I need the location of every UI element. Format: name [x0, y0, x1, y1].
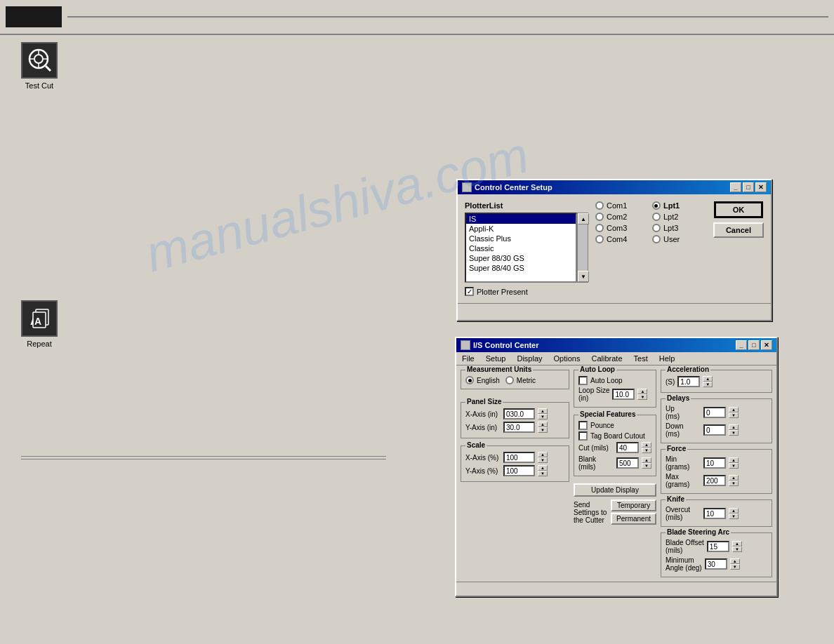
- plotter-item-2[interactable]: Classic Plus: [466, 234, 576, 243]
- x-axis-up[interactable]: ▲: [538, 408, 548, 414]
- blank-up[interactable]: ▲: [642, 457, 651, 463]
- up-delay-spinner[interactable]: ▲ ▼: [729, 407, 739, 418]
- scale-y-spinner[interactable]: ▲ ▼: [538, 465, 548, 476]
- blank-spinner[interactable]: ▲ ▼: [642, 457, 651, 469]
- port-com2[interactable]: Com2: [595, 213, 649, 221]
- x-axis-down[interactable]: ▼: [538, 414, 548, 420]
- y-axis-down[interactable]: ▼: [538, 427, 548, 433]
- update-display-btn[interactable]: Update Display: [574, 483, 656, 497]
- cut-spinner[interactable]: ▲ ▼: [642, 442, 651, 453]
- max-force-up[interactable]: ▲: [729, 475, 739, 481]
- cut-input[interactable]: [616, 442, 639, 453]
- scale-x-down[interactable]: ▼: [538, 457, 548, 463]
- blade-offset-up[interactable]: ▲: [732, 541, 742, 546]
- max-force-spinner[interactable]: ▲ ▼: [729, 475, 739, 486]
- max-force-down[interactable]: ▼: [729, 481, 739, 486]
- plotter-item-5[interactable]: Super 88/40 GS: [466, 263, 576, 273]
- permanent-btn[interactable]: Permanent: [611, 513, 656, 525]
- scrollbar-down-btn[interactable]: ▼: [578, 271, 589, 282]
- radio-com1[interactable]: [595, 201, 604, 210]
- min-angle-down[interactable]: ▼: [730, 564, 740, 570]
- tag-board-checkbox[interactable]: [578, 431, 588, 441]
- plotter-present-checkbox[interactable]: ✓: [465, 287, 474, 296]
- radio-metric[interactable]: [505, 376, 514, 384]
- cc-close-btn[interactable]: ✕: [761, 340, 772, 350]
- port-user[interactable]: User: [652, 235, 706, 243]
- port-lpt3[interactable]: Lpt3: [652, 224, 706, 232]
- scale-y-up[interactable]: ▲: [538, 465, 548, 471]
- english-option[interactable]: English: [465, 376, 500, 384]
- loop-size-input[interactable]: [612, 389, 635, 400]
- loop-size-spinner[interactable]: ▲ ▼: [637, 389, 647, 400]
- y-axis-spinner[interactable]: ▲ ▼: [538, 422, 548, 433]
- radio-lpt3[interactable]: [652, 224, 661, 232]
- blade-offset-input[interactable]: [707, 541, 729, 552]
- menu-help[interactable]: Help: [656, 354, 678, 363]
- port-lpt2[interactable]: Lpt2: [652, 213, 706, 221]
- loop-up[interactable]: ▲: [637, 389, 647, 394]
- up-delay-input[interactable]: [703, 407, 726, 418]
- radio-english[interactable]: [465, 376, 474, 384]
- x-axis-input[interactable]: [503, 408, 535, 420]
- down-delay-down[interactable]: ▼: [729, 430, 739, 436]
- overcut-spinner[interactable]: ▲ ▼: [729, 508, 739, 519]
- min-force-down[interactable]: ▼: [729, 463, 739, 469]
- scale-y-input[interactable]: [503, 465, 535, 476]
- menu-calibrate[interactable]: Calibrate: [588, 354, 625, 363]
- menu-file[interactable]: File: [459, 354, 477, 363]
- loop-down[interactable]: ▼: [637, 394, 647, 400]
- plotter-item-4[interactable]: Super 88/30 GS: [466, 253, 576, 263]
- cc-titlebar-controls[interactable]: _ □ ✕: [736, 340, 772, 350]
- temporary-btn[interactable]: Temporary: [611, 499, 656, 511]
- blank-input[interactable]: [616, 457, 639, 469]
- ok-button[interactable]: OK: [714, 201, 763, 218]
- blade-offset-spinner[interactable]: ▲ ▼: [732, 541, 742, 552]
- plotter-item-3[interactable]: Classic: [466, 243, 576, 253]
- y-axis-up[interactable]: ▲: [538, 422, 548, 427]
- plotter-listbox[interactable]: IS Appli-K Classic Plus Classic Super 88…: [465, 213, 577, 283]
- acc-down[interactable]: ▼: [703, 382, 713, 387]
- menu-options[interactable]: Options: [551, 354, 583, 363]
- cancel-button[interactable]: Cancel: [713, 222, 764, 238]
- port-com4[interactable]: Com4: [595, 235, 649, 243]
- overcut-up[interactable]: ▲: [729, 508, 739, 514]
- min-force-input[interactable]: [703, 457, 726, 469]
- cut-up[interactable]: ▲: [642, 442, 651, 448]
- y-axis-input[interactable]: [503, 422, 535, 433]
- min-angle-spinner[interactable]: ▲ ▼: [730, 558, 740, 570]
- menu-setup[interactable]: Setup: [483, 354, 509, 363]
- cc-minimize-btn[interactable]: _: [736, 340, 747, 350]
- radio-com4[interactable]: [595, 235, 604, 243]
- overcut-down[interactable]: ▼: [729, 514, 739, 519]
- min-force-spinner[interactable]: ▲ ▼: [729, 457, 739, 469]
- x-axis-spinner[interactable]: ▲ ▼: [538, 408, 548, 420]
- setup-maximize-btn[interactable]: □: [743, 182, 754, 192]
- acceleration-input[interactable]: [677, 376, 700, 387]
- menu-display[interactable]: Display: [514, 354, 545, 363]
- min-force-up[interactable]: ▲: [729, 457, 739, 463]
- acc-up[interactable]: ▲: [703, 376, 713, 382]
- scale-y-down[interactable]: ▼: [538, 471, 548, 476]
- blade-offset-down[interactable]: ▼: [732, 546, 742, 552]
- test-cut-item[interactable]: Test Cut: [21, 42, 58, 90]
- radio-com2[interactable]: [595, 213, 604, 221]
- cut-down[interactable]: ▼: [642, 448, 651, 453]
- min-angle-up[interactable]: ▲: [730, 558, 740, 564]
- scale-x-spinner[interactable]: ▲ ▼: [538, 452, 548, 463]
- overcut-input[interactable]: [703, 508, 726, 519]
- down-delay-input[interactable]: [703, 424, 726, 436]
- scale-x-input[interactable]: [503, 452, 535, 463]
- max-force-input[interactable]: [703, 475, 726, 486]
- down-delay-up[interactable]: ▲: [729, 424, 739, 430]
- radio-user[interactable]: [652, 235, 661, 243]
- plotter-item-1[interactable]: Appli-K: [466, 224, 576, 234]
- port-com1[interactable]: Com1: [595, 201, 649, 210]
- acceleration-spinner[interactable]: ▲ ▼: [703, 376, 713, 387]
- auto-loop-checkbox[interactable]: [578, 376, 588, 385]
- plotter-item-0[interactable]: IS: [466, 214, 576, 224]
- down-delay-spinner[interactable]: ▲ ▼: [729, 424, 739, 436]
- setup-titlebar-controls[interactable]: _ □ ✕: [730, 182, 767, 192]
- radio-com3[interactable]: [595, 224, 604, 232]
- up-delay-down[interactable]: ▼: [729, 412, 739, 418]
- port-com3[interactable]: Com3: [595, 224, 649, 232]
